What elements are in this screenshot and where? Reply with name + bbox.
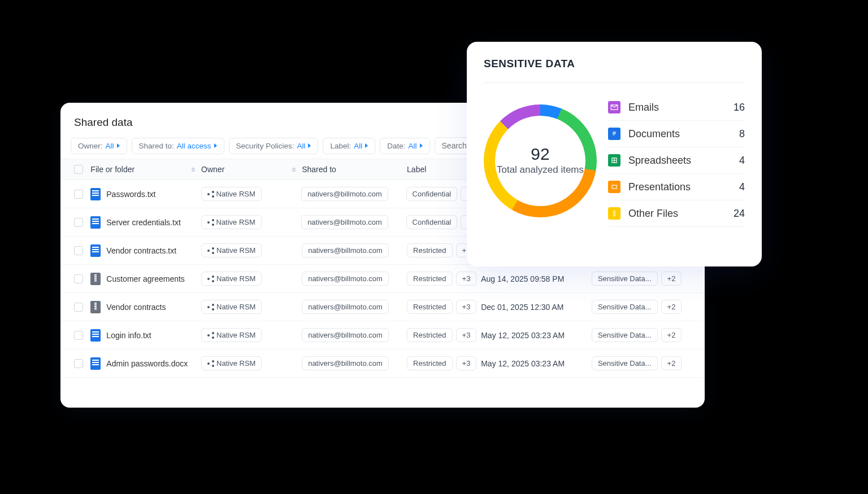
filter-1[interactable]: Shared to: All access xyxy=(132,138,224,154)
file-icon xyxy=(90,329,101,342)
shared-tag[interactable]: nativers@billmoto.com xyxy=(301,187,388,201)
date-cell: May 12, 2025 03:23 AM xyxy=(481,359,592,368)
col-file[interactable]: File or folder xyxy=(90,165,201,174)
file-icon xyxy=(90,244,101,257)
file-name: Login info.txt xyxy=(106,331,151,340)
row-checkbox[interactable] xyxy=(74,246,83,255)
row-checkbox[interactable] xyxy=(74,218,83,227)
owner-tag[interactable]: Native RSM xyxy=(201,356,262,370)
label-tag[interactable]: Confidential xyxy=(406,187,458,201)
col-owner[interactable]: Owner xyxy=(201,165,302,174)
sort-icon xyxy=(191,167,196,172)
share-icon xyxy=(207,332,214,339)
col-shared[interactable]: Shared to xyxy=(302,165,407,174)
legend-count: 4 xyxy=(739,155,745,167)
label-tag[interactable]: Restricted xyxy=(407,328,453,342)
share-icon xyxy=(207,360,214,367)
legend: Emails16Documents8Spreadsheets4Presentat… xyxy=(608,94,745,227)
owner-tag[interactable]: Native RSM xyxy=(201,187,262,201)
file-name: Customer agreements xyxy=(106,274,185,283)
panel-title: Shared data xyxy=(74,116,133,129)
filter-0[interactable]: Owner: All xyxy=(71,138,127,154)
legend-name: Presentations xyxy=(628,181,691,193)
table-row[interactable]: Vendor contractsNative RSMnativers@billm… xyxy=(60,293,705,321)
date-cell: Dec 01, 2025 12:30 AM xyxy=(481,303,592,312)
legend-row[interactable]: Presentations4 xyxy=(608,174,745,200)
policy-extra[interactable]: +2 xyxy=(661,328,682,342)
select-all-checkbox[interactable] xyxy=(74,165,83,174)
shared-tag[interactable]: nativers@billmoto.com xyxy=(302,328,389,342)
legend-count: 4 xyxy=(739,181,745,193)
policy-extra[interactable]: +2 xyxy=(661,300,682,314)
legend-name: Other Files xyxy=(628,208,678,220)
share-icon xyxy=(207,276,214,282)
file-name: Vendor contracts xyxy=(106,303,166,312)
owner-tag[interactable]: Native RSM xyxy=(201,328,262,342)
policy-extra[interactable]: +2 xyxy=(661,272,682,286)
policy-tag[interactable]: Sensitive Data... xyxy=(592,300,658,314)
filter-4[interactable]: Date: All xyxy=(380,138,429,154)
donut-chart: 92 Total analyzed items xyxy=(484,104,597,217)
policy-tag[interactable]: Sensitive Data... xyxy=(592,328,658,342)
owner-tag[interactable]: Native RSM xyxy=(201,243,262,257)
file-icon xyxy=(90,357,101,370)
owner-tag[interactable]: Native RSM xyxy=(201,272,262,286)
row-checkbox[interactable] xyxy=(74,190,83,199)
owner-tag[interactable]: Native RSM xyxy=(201,300,262,314)
file-icon xyxy=(90,301,101,313)
legend-row[interactable]: Other Files24 xyxy=(608,200,745,227)
policy-tag[interactable]: Sensitive Data... xyxy=(592,356,658,370)
policy-tag[interactable]: Sensitive Data... xyxy=(592,272,658,286)
legend-name: Spreadsheets xyxy=(628,155,691,167)
table-row[interactable]: Customer agreementsNative RSMnativers@bi… xyxy=(60,265,705,293)
label-extra[interactable]: +3 xyxy=(456,300,477,314)
caret-right-icon xyxy=(420,143,423,148)
label-tag[interactable]: Restricted xyxy=(407,272,453,286)
table-row[interactable]: Login info.txtNative RSMnativers@billmot… xyxy=(60,321,705,349)
svg-rect-1 xyxy=(612,185,617,189)
shared-tag[interactable]: nativers@billmoto.com xyxy=(301,215,388,229)
label-extra[interactable]: +3 xyxy=(456,272,477,286)
row-checkbox[interactable] xyxy=(74,274,83,283)
filter-2[interactable]: Security Policies: All xyxy=(229,138,319,154)
legend-icon xyxy=(608,154,620,167)
legend-name: Emails xyxy=(628,102,659,113)
table-row[interactable]: Admin passwords.docxNative RSMnativers@b… xyxy=(60,349,705,378)
label-tag[interactable]: Confidential xyxy=(406,215,458,229)
caret-right-icon xyxy=(308,143,311,148)
shared-tag[interactable]: nativers@billmoto.com xyxy=(302,356,389,370)
filter-3[interactable]: Label: All xyxy=(323,138,375,154)
row-checkbox[interactable] xyxy=(74,359,83,368)
card-title: SENSITIVE DATA xyxy=(484,58,745,70)
label-tag[interactable]: Restricted xyxy=(407,356,453,370)
legend-icon xyxy=(608,181,620,193)
owner-tag[interactable]: Native RSM xyxy=(201,215,262,229)
shared-tag[interactable]: nativers@billmoto.com xyxy=(302,272,389,286)
row-checkbox[interactable] xyxy=(74,331,83,340)
legend-icon xyxy=(608,101,620,113)
policy-extra[interactable]: +2 xyxy=(661,356,682,370)
file-name: Vendor contracts.txt xyxy=(106,246,176,255)
legend-row[interactable]: Spreadsheets4 xyxy=(608,147,745,174)
label-extra[interactable]: +3 xyxy=(456,356,477,370)
legend-count: 16 xyxy=(734,102,745,113)
label-extra[interactable]: +3 xyxy=(456,328,477,342)
shared-tag[interactable]: nativers@billmoto.com xyxy=(302,300,389,314)
row-checkbox[interactable] xyxy=(74,303,83,312)
legend-row[interactable]: Emails16 xyxy=(608,94,745,121)
label-tag[interactable]: Restricted xyxy=(407,243,453,257)
donut-label: Total analyzed items xyxy=(497,164,584,176)
legend-icon xyxy=(608,207,620,220)
legend-count: 24 xyxy=(734,208,745,220)
shared-tag[interactable]: nativers@billmoto.com xyxy=(302,243,389,257)
share-icon xyxy=(207,191,214,198)
date-cell: May 12, 2025 03:23 AM xyxy=(481,331,592,340)
caret-right-icon xyxy=(117,143,120,148)
file-name: Passwords.txt xyxy=(106,190,155,199)
share-icon xyxy=(207,219,214,226)
legend-count: 8 xyxy=(739,128,745,140)
label-tag[interactable]: Restricted xyxy=(407,300,453,314)
legend-row[interactable]: Documents8 xyxy=(608,121,745,147)
share-icon xyxy=(207,247,214,254)
legend-icon xyxy=(608,128,620,140)
